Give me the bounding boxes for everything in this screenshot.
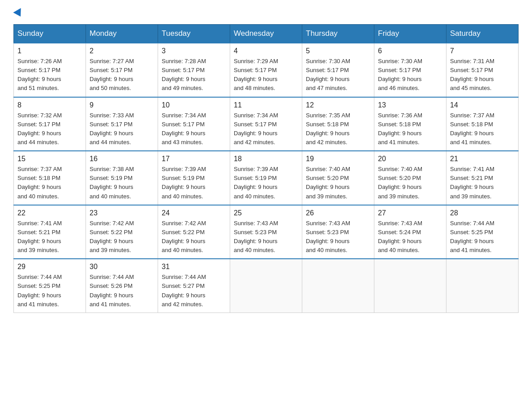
day-info: Sunrise: 7:40 AMSunset: 5:20 PMDaylight:… <box>378 166 422 199</box>
day-of-week-header: Tuesday <box>158 25 230 43</box>
day-number: 2 <box>90 47 154 55</box>
day-of-week-header: Thursday <box>302 25 374 43</box>
day-of-week-header: Saturday <box>446 25 519 43</box>
calendar-day-cell: 27 Sunrise: 7:43 AMSunset: 5:24 PMDaylig… <box>374 205 446 259</box>
calendar-day-cell: 23 Sunrise: 7:42 AMSunset: 5:22 PMDaylig… <box>86 205 158 259</box>
day-number: 27 <box>378 209 442 217</box>
day-info: Sunrise: 7:26 AMSunset: 5:17 PMDaylight:… <box>17 58 62 91</box>
day-info: Sunrise: 7:29 AMSunset: 5:17 PMDaylight:… <box>234 58 278 91</box>
day-info: Sunrise: 7:43 AMSunset: 5:23 PMDaylight:… <box>234 220 278 253</box>
calendar-day-cell: 18 Sunrise: 7:39 AMSunset: 5:19 PMDaylig… <box>230 151 302 205</box>
calendar-week-row: 1 Sunrise: 7:26 AMSunset: 5:17 PMDayligh… <box>14 43 519 97</box>
day-info: Sunrise: 7:42 AMSunset: 5:22 PMDaylight:… <box>90 220 134 253</box>
logo-triangle-icon <box>13 8 24 19</box>
calendar-day-cell: 22 Sunrise: 7:41 AMSunset: 5:21 PMDaylig… <box>14 205 86 259</box>
calendar-day-cell: 3 Sunrise: 7:28 AMSunset: 5:17 PMDayligh… <box>158 43 230 97</box>
day-info: Sunrise: 7:41 AMSunset: 5:21 PMDaylight:… <box>450 166 494 199</box>
day-of-week-header: Sunday <box>14 25 86 43</box>
day-info: Sunrise: 7:33 AMSunset: 5:17 PMDaylight:… <box>90 112 134 146</box>
day-info: Sunrise: 7:38 AMSunset: 5:19 PMDaylight:… <box>90 166 134 199</box>
day-number: 8 <box>17 101 82 109</box>
day-info: Sunrise: 7:44 AMSunset: 5:26 PMDaylight:… <box>90 274 134 307</box>
day-number: 25 <box>234 209 298 217</box>
calendar-day-cell: 16 Sunrise: 7:38 AMSunset: 5:19 PMDaylig… <box>86 151 158 205</box>
calendar-day-cell <box>446 259 519 313</box>
day-of-week-header: Friday <box>374 25 446 43</box>
calendar-day-cell: 5 Sunrise: 7:30 AMSunset: 5:17 PMDayligh… <box>302 43 374 97</box>
day-info: Sunrise: 7:39 AMSunset: 5:19 PMDaylight:… <box>234 166 278 199</box>
calendar-week-row: 15 Sunrise: 7:37 AMSunset: 5:18 PMDaylig… <box>14 151 519 205</box>
calendar-day-cell: 13 Sunrise: 7:36 AMSunset: 5:18 PMDaylig… <box>374 97 446 151</box>
calendar-day-cell: 17 Sunrise: 7:39 AMSunset: 5:19 PMDaylig… <box>158 151 230 205</box>
calendar-day-cell: 20 Sunrise: 7:40 AMSunset: 5:20 PMDaylig… <box>374 151 446 205</box>
calendar-day-cell <box>230 259 302 313</box>
day-number: 13 <box>378 101 442 109</box>
day-info: Sunrise: 7:30 AMSunset: 5:17 PMDaylight:… <box>306 58 350 91</box>
calendar-day-cell: 31 Sunrise: 7:44 AMSunset: 5:27 PMDaylig… <box>158 259 230 313</box>
day-number: 29 <box>17 263 82 271</box>
day-info: Sunrise: 7:36 AMSunset: 5:18 PMDaylight:… <box>378 112 422 146</box>
day-number: 12 <box>306 101 370 109</box>
day-of-week-header: Wednesday <box>230 25 302 43</box>
day-number: 7 <box>450 47 515 55</box>
day-info: Sunrise: 7:35 AMSunset: 5:18 PMDaylight:… <box>306 112 350 146</box>
calendar-day-cell: 14 Sunrise: 7:37 AMSunset: 5:18 PMDaylig… <box>446 97 519 151</box>
calendar-day-cell: 15 Sunrise: 7:37 AMSunset: 5:18 PMDaylig… <box>14 151 86 205</box>
day-number: 1 <box>17 47 82 55</box>
day-info: Sunrise: 7:43 AMSunset: 5:23 PMDaylight:… <box>306 220 350 253</box>
day-info: Sunrise: 7:44 AMSunset: 5:25 PMDaylight:… <box>17 274 62 307</box>
day-number: 18 <box>234 155 298 163</box>
day-number: 20 <box>378 155 442 163</box>
day-number: 24 <box>162 209 226 217</box>
calendar-day-cell: 10 Sunrise: 7:34 AMSunset: 5:17 PMDaylig… <box>158 97 230 151</box>
day-number: 11 <box>234 101 298 109</box>
day-number: 3 <box>162 47 226 55</box>
calendar-day-cell: 12 Sunrise: 7:35 AMSunset: 5:18 PMDaylig… <box>302 97 374 151</box>
calendar-day-cell: 28 Sunrise: 7:44 AMSunset: 5:25 PMDaylig… <box>446 205 519 259</box>
calendar-day-cell: 29 Sunrise: 7:44 AMSunset: 5:25 PMDaylig… <box>14 259 86 313</box>
day-info: Sunrise: 7:34 AMSunset: 5:17 PMDaylight:… <box>162 112 206 146</box>
logo <box>13 9 23 16</box>
calendar-day-cell: 21 Sunrise: 7:41 AMSunset: 5:21 PMDaylig… <box>446 151 519 205</box>
calendar-day-cell <box>374 259 446 313</box>
day-number: 5 <box>306 47 370 55</box>
day-number: 26 <box>306 209 370 217</box>
day-number: 17 <box>162 155 226 163</box>
day-of-week-header: Monday <box>86 25 158 43</box>
day-info: Sunrise: 7:37 AMSunset: 5:18 PMDaylight:… <box>17 166 62 199</box>
calendar-day-cell: 26 Sunrise: 7:43 AMSunset: 5:23 PMDaylig… <box>302 205 374 259</box>
day-info: Sunrise: 7:41 AMSunset: 5:21 PMDaylight:… <box>17 220 62 253</box>
day-info: Sunrise: 7:43 AMSunset: 5:24 PMDaylight:… <box>378 220 422 253</box>
calendar-day-cell: 25 Sunrise: 7:43 AMSunset: 5:23 PMDaylig… <box>230 205 302 259</box>
day-info: Sunrise: 7:32 AMSunset: 5:17 PMDaylight:… <box>17 112 62 146</box>
calendar-day-cell: 2 Sunrise: 7:27 AMSunset: 5:17 PMDayligh… <box>86 43 158 97</box>
calendar-day-cell: 19 Sunrise: 7:40 AMSunset: 5:20 PMDaylig… <box>302 151 374 205</box>
day-number: 23 <box>90 209 154 217</box>
day-number: 31 <box>162 263 226 271</box>
day-number: 6 <box>378 47 442 55</box>
day-number: 22 <box>17 209 82 217</box>
day-number: 10 <box>162 101 226 109</box>
calendar-day-cell: 9 Sunrise: 7:33 AMSunset: 5:17 PMDayligh… <box>86 97 158 151</box>
day-info: Sunrise: 7:34 AMSunset: 5:17 PMDaylight:… <box>234 112 278 146</box>
calendar-day-cell: 8 Sunrise: 7:32 AMSunset: 5:17 PMDayligh… <box>14 97 86 151</box>
day-number: 15 <box>17 155 82 163</box>
day-info: Sunrise: 7:28 AMSunset: 5:17 PMDaylight:… <box>162 58 206 91</box>
day-number: 16 <box>90 155 154 163</box>
calendar-table: SundayMondayTuesdayWednesdayThursdayFrid… <box>13 24 519 313</box>
calendar-week-row: 8 Sunrise: 7:32 AMSunset: 5:17 PMDayligh… <box>14 97 519 151</box>
day-number: 19 <box>306 155 370 163</box>
calendar-day-cell: 30 Sunrise: 7:44 AMSunset: 5:26 PMDaylig… <box>86 259 158 313</box>
day-number: 30 <box>90 263 154 271</box>
day-info: Sunrise: 7:39 AMSunset: 5:19 PMDaylight:… <box>162 166 206 199</box>
page-header <box>13 9 519 16</box>
calendar-day-cell: 6 Sunrise: 7:30 AMSunset: 5:17 PMDayligh… <box>374 43 446 97</box>
day-number: 4 <box>234 47 298 55</box>
calendar-day-cell: 7 Sunrise: 7:31 AMSunset: 5:17 PMDayligh… <box>446 43 519 97</box>
calendar-day-cell <box>302 259 374 313</box>
calendar-day-cell: 1 Sunrise: 7:26 AMSunset: 5:17 PMDayligh… <box>14 43 86 97</box>
day-info: Sunrise: 7:37 AMSunset: 5:18 PMDaylight:… <box>450 112 494 146</box>
day-info: Sunrise: 7:42 AMSunset: 5:22 PMDaylight:… <box>162 220 206 253</box>
calendar-week-row: 22 Sunrise: 7:41 AMSunset: 5:21 PMDaylig… <box>14 205 519 259</box>
day-number: 9 <box>90 101 154 109</box>
